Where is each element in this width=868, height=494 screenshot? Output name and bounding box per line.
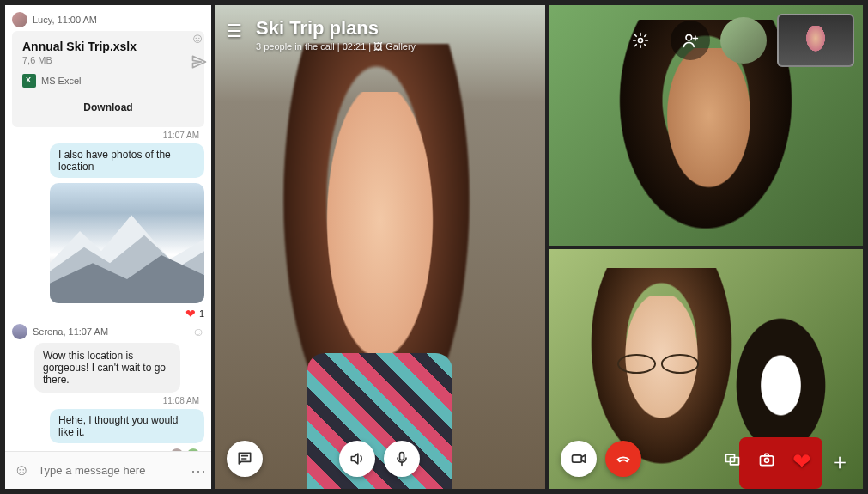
file-name: Annual Ski Trip.xslx — [22, 40, 194, 53]
call-header: ☰ Ski Trip plans 3 people in the call | … — [227, 17, 416, 52]
file-type-label: MS Excel — [41, 76, 81, 86]
file-size: 7,6 MB — [22, 55, 194, 65]
call-subtitle: 3 people in the call | 02:21 | 🖼 Gallery — [256, 41, 416, 52]
message-out[interactable]: I also have photos of the location — [50, 143, 204, 178]
video-tile-main[interactable]: ☰ Ski Trip plans 3 people in the call | … — [215, 5, 545, 489]
heart-react-button[interactable]: ❤ — [792, 448, 811, 475]
svg-rect-11 — [572, 455, 581, 462]
svg-rect-5 — [400, 453, 404, 460]
message-composer: ☺ ⋯ — [5, 451, 211, 489]
timestamp: 11:07 AM — [17, 131, 199, 140]
open-chat-button[interactable] — [227, 441, 263, 477]
add-participant-button[interactable] — [671, 21, 710, 60]
sender-label: Serena, 11:07 AM — [33, 326, 108, 337]
svg-rect-14 — [761, 456, 774, 466]
video-call-panel: ☰ Ski Trip plans 3 people in the call | … — [215, 5, 863, 489]
heart-icon: ❤ — [185, 307, 196, 320]
message-in[interactable]: Wow this location is gorgeous! I can't w… — [34, 343, 180, 393]
hangup-button[interactable] — [605, 441, 641, 477]
sender-label: Lucy, 11:00 AM — [33, 15, 97, 25]
forward-icon[interactable] — [191, 53, 208, 74]
message-out[interactable]: Hehe, I thought you would like it. — [50, 409, 204, 443]
camera-button[interactable] — [561, 441, 597, 477]
avatar — [12, 324, 27, 339]
call-title: Ski Trip plans — [256, 17, 416, 40]
add-button[interactable]: ＋ — [829, 447, 851, 477]
emoji-picker-button[interactable]: ☺ — [14, 461, 29, 479]
share-screen-button[interactable] — [724, 451, 741, 473]
emoji-react-icon[interactable]: ☺ — [192, 325, 204, 338]
chat-scroll-area[interactable]: Lucy, 11:00 AM ☺ Annual Ski Trip.xslx 7,… — [5, 5, 211, 451]
emoji-react-icon[interactable]: ☺ — [191, 31, 208, 46]
svg-point-8 — [686, 34, 692, 40]
settings-button[interactable] — [621, 21, 660, 60]
reaction-bar[interactable]: ❤ 1 — [185, 307, 204, 320]
speaker-button[interactable] — [339, 441, 375, 477]
video-tile-participant[interactable] — [549, 5, 863, 246]
microphone-button[interactable] — [384, 441, 420, 477]
avatar — [12, 12, 27, 27]
sender-row-serena: Serena, 11:07 AM ☺ — [12, 324, 204, 339]
sender-row-lucy: Lucy, 11:00 AM — [12, 12, 204, 27]
svg-point-15 — [765, 458, 769, 462]
message-input[interactable] — [38, 464, 182, 477]
file-attachment-card[interactable]: Annual Ski Trip.xslx 7,6 MB MS Excel Dow… — [12, 31, 204, 127]
photo-attachment[interactable] — [50, 183, 204, 303]
more-options-button[interactable]: ⋯ — [191, 461, 206, 480]
participant-avatar[interactable] — [720, 17, 767, 64]
reaction-count: 1 — [199, 308, 204, 319]
snapshot-button[interactable] — [758, 451, 775, 473]
download-button[interactable]: Download — [22, 96, 194, 119]
excel-icon — [22, 74, 36, 88]
video-tile-participant[interactable]: ❤ ＋ — [549, 249, 863, 490]
chat-panel: Lucy, 11:00 AM ☺ Annual Ski Trip.xslx 7,… — [5, 5, 211, 489]
hamburger-icon[interactable]: ☰ — [227, 21, 242, 41]
self-view-pip[interactable] — [777, 14, 854, 67]
svg-point-7 — [639, 39, 643, 43]
timestamp: 11:08 AM — [17, 396, 199, 406]
